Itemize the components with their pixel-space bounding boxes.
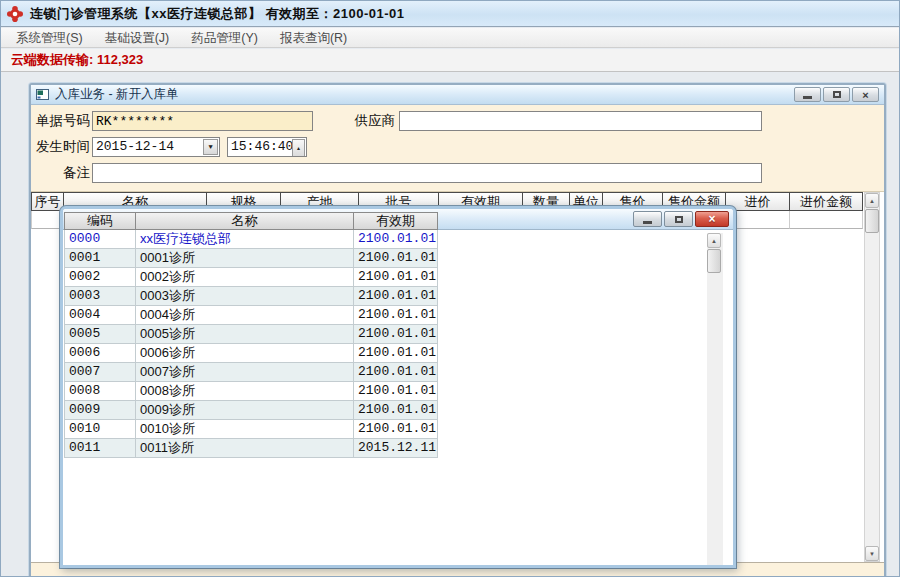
branch-code-cell[interactable]: 0011 bbox=[64, 439, 136, 458]
restore-icon bbox=[675, 216, 683, 223]
menu-item-2[interactable]: 药品管理(Y) bbox=[180, 28, 269, 48]
branch-expiry-cell[interactable]: 2100.01.01 bbox=[354, 306, 438, 325]
menu-bar: 系统管理(S)基础设置(J)药品管理(Y)报表查询(R) bbox=[1, 28, 900, 48]
dialog-close-button[interactable]: × bbox=[695, 211, 729, 227]
application-window: 连锁门诊管理系统【xx医疗连锁总部】 有效期至：2100-01-01 系统管理(… bbox=[0, 0, 900, 577]
branch-name-cell[interactable]: 0007诊所 bbox=[136, 363, 354, 382]
branch-name-cell[interactable]: 0004诊所 bbox=[136, 306, 354, 325]
branch-row-0005[interactable]: 00050005诊所2100.01.01 bbox=[64, 325, 438, 344]
branch-code-cell[interactable]: 0007 bbox=[64, 363, 136, 382]
branch-name-cell[interactable]: 0008诊所 bbox=[136, 382, 354, 401]
branch-name-cell[interactable]: 0005诊所 bbox=[136, 325, 354, 344]
chevron-down-icon: ▼ bbox=[208, 138, 212, 156]
date-dropdown-button[interactable]: ▼ bbox=[203, 139, 218, 155]
inbound-window-icon bbox=[36, 89, 49, 100]
branch-name-cell[interactable]: 0003诊所 bbox=[136, 287, 354, 306]
scrollbar-thumb[interactable] bbox=[707, 249, 721, 273]
branch-code-cell[interactable]: 0010 bbox=[64, 420, 136, 439]
status-bar: 云端数据传输: 112,323 bbox=[1, 49, 900, 72]
time-spin-up-button[interactable]: ▲ bbox=[292, 139, 305, 157]
scrollbar-thumb[interactable] bbox=[865, 209, 879, 233]
minimize-icon bbox=[643, 221, 652, 224]
window-title: 连锁门诊管理系统【xx医疗连锁总部】 有效期至：2100-01-01 bbox=[30, 5, 405, 23]
branch-row-0006[interactable]: 00060006诊所2100.01.01 bbox=[64, 344, 438, 363]
branch-column-header[interactable]: 名称 bbox=[136, 212, 354, 230]
branch-name-cell[interactable]: 0006诊所 bbox=[136, 344, 354, 363]
remark-label: 备注 bbox=[33, 163, 90, 183]
arrow-up-icon: ▲ bbox=[297, 140, 300, 157]
grid-column-header[interactable]: 进价金额 bbox=[790, 192, 863, 211]
date-combobox[interactable]: 2015-12-14 ▼ bbox=[92, 137, 220, 157]
branch-name-cell[interactable]: 0001诊所 bbox=[136, 249, 354, 268]
menu-item-1[interactable]: 基础设置(J) bbox=[94, 28, 181, 48]
inbound-close-button[interactable]: × bbox=[852, 87, 879, 102]
branch-expiry-cell[interactable]: 2100.01.01 bbox=[354, 382, 438, 401]
branch-code-cell[interactable]: 0008 bbox=[64, 382, 136, 401]
scroll-up-icon[interactable]: ▲ bbox=[865, 193, 879, 208]
branch-row-0003[interactable]: 00030003诊所2100.01.01 bbox=[64, 287, 438, 306]
dialog-minimize-button[interactable] bbox=[633, 211, 662, 227]
dialog-restore-button[interactable] bbox=[664, 211, 693, 227]
branch-expiry-cell[interactable]: 2100.01.01 bbox=[354, 420, 438, 439]
branch-name-cell[interactable]: xx医疗连锁总部 bbox=[136, 230, 354, 249]
cloud-transfer-status: 云端数据传输: 112,323 bbox=[11, 51, 143, 69]
branch-row-0007[interactable]: 00070007诊所2100.01.01 bbox=[64, 363, 438, 382]
branch-expiry-cell[interactable]: 2100.01.01 bbox=[354, 230, 438, 249]
branch-code-cell[interactable]: 0002 bbox=[64, 268, 136, 287]
branch-row-0000[interactable]: 0000xx医疗连锁总部2100.01.01 bbox=[64, 230, 438, 249]
doc-no-label: 单据号码 bbox=[33, 111, 90, 131]
branch-code-cell[interactable]: 0001 bbox=[64, 249, 136, 268]
branch-expiry-cell[interactable]: 2100.01.01 bbox=[354, 268, 438, 287]
grid-column-header[interactable]: 进价 bbox=[726, 192, 790, 211]
order-form-panel: 单据号码 供应商 发生时间 2015-12-14 ▼ 15:46:40 ▲ ▼ … bbox=[31, 105, 884, 192]
branch-expiry-cell[interactable]: 2100.01.01 bbox=[354, 401, 438, 420]
branch-expiry-cell[interactable]: 2100.01.01 bbox=[354, 325, 438, 344]
grid-column-header[interactable]: 序号 bbox=[31, 192, 64, 211]
inbound-minimize-button[interactable] bbox=[794, 87, 821, 102]
supplier-input[interactable] bbox=[399, 111, 762, 131]
branch-column-header[interactable]: 有效期 bbox=[354, 212, 438, 230]
branch-row-0010[interactable]: 00100010诊所2100.01.01 bbox=[64, 420, 438, 439]
inbound-window-title-bar[interactable]: 入库业务 - 新开入库单 × bbox=[31, 85, 884, 105]
branch-column-header[interactable]: 编码 bbox=[64, 212, 136, 230]
branch-row-0008[interactable]: 00080008诊所2100.01.01 bbox=[64, 382, 438, 401]
branch-row-0001[interactable]: 00010001诊所2100.01.01 bbox=[64, 249, 438, 268]
main-title-bar: 连锁门诊管理系统【xx医疗连锁总部】 有效期至：2100-01-01 bbox=[1, 1, 900, 27]
branch-expiry-cell[interactable]: 2100.01.01 bbox=[354, 287, 438, 306]
branch-expiry-cell[interactable]: 2100.01.01 bbox=[354, 363, 438, 382]
branch-code-cell[interactable]: 0005 bbox=[64, 325, 136, 344]
branch-name-cell[interactable]: 0002诊所 bbox=[136, 268, 354, 287]
grid-empty-cell[interactable] bbox=[790, 211, 863, 229]
branch-row-0011[interactable]: 00110011诊所2015.12.11 bbox=[64, 439, 438, 458]
restore-icon bbox=[833, 91, 841, 98]
branch-expiry-cell[interactable]: 2100.01.01 bbox=[354, 344, 438, 363]
minimize-icon bbox=[803, 96, 812, 99]
branch-name-cell[interactable]: 0009诊所 bbox=[136, 401, 354, 420]
branch-row-0009[interactable]: 00090009诊所2100.01.01 bbox=[64, 401, 438, 420]
branch-code-cell[interactable]: 0006 bbox=[64, 344, 136, 363]
branch-expiry-cell[interactable]: 2015.12.11 bbox=[354, 439, 438, 458]
branch-code-cell[interactable]: 0004 bbox=[64, 306, 136, 325]
branch-name-cell[interactable]: 0011诊所 bbox=[136, 439, 354, 458]
items-grid-scrollbar[interactable]: ▲ ▼ bbox=[864, 192, 880, 562]
branch-row-0002[interactable]: 00020002诊所2100.01.01 bbox=[64, 268, 438, 287]
branch-name-cell[interactable]: 0010诊所 bbox=[136, 420, 354, 439]
close-icon: × bbox=[862, 89, 868, 101]
close-icon: × bbox=[708, 212, 715, 226]
menu-item-3[interactable]: 报表查询(R) bbox=[269, 28, 358, 48]
inbound-restore-button[interactable] bbox=[823, 87, 850, 102]
menu-item-0[interactable]: 系统管理(S) bbox=[5, 28, 94, 48]
scroll-down-icon[interactable]: ▼ bbox=[865, 546, 879, 561]
occur-time-label: 发生时间 bbox=[33, 137, 90, 157]
branch-code-cell[interactable]: 0009 bbox=[64, 401, 136, 420]
remark-input[interactable] bbox=[92, 163, 762, 183]
dialog-scrollbar[interactable]: ▲ bbox=[707, 233, 723, 565]
doc-no-input[interactable] bbox=[92, 111, 313, 131]
branch-code-cell[interactable]: 0000 bbox=[64, 230, 136, 249]
app-red-gear-icon bbox=[7, 6, 23, 22]
branch-row-0004[interactable]: 00040004诊所2100.01.01 bbox=[64, 306, 438, 325]
branch-code-cell[interactable]: 0003 bbox=[64, 287, 136, 306]
time-spinbox[interactable]: 15:46:40 ▲ ▼ bbox=[227, 137, 307, 157]
branch-expiry-cell[interactable]: 2100.01.01 bbox=[354, 249, 438, 268]
scroll-up-icon[interactable]: ▲ bbox=[707, 233, 721, 248]
